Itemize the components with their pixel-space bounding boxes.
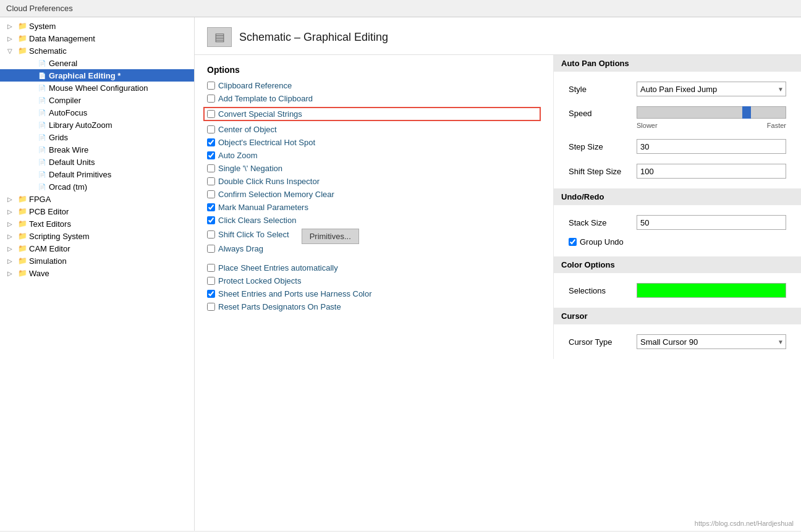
sidebar-item-mouse-wheel[interactable]: 📄Mouse Wheel Configuration [0,82,194,94]
sidebar-label-orcad: Orcad (tm) [49,182,87,192]
primitives-button[interactable]: Primitives... [302,229,359,244]
group-undo-checkbox[interactable] [569,238,577,246]
sidebar-item-cam-editor[interactable]: ▷📁CAM Editor [0,242,194,255]
checkbox-label-protect-locked[interactable]: Protect Locked Objects [218,276,301,285]
checkbox-center-object[interactable] [207,125,215,133]
checkbox-always-drag[interactable] [207,245,215,253]
checkbox-convert-special[interactable] [207,110,215,118]
toggle-system[interactable]: ▷ [7,23,16,30]
checkbox-shift-click[interactable] [207,230,215,239]
sidebar-item-fpga[interactable]: ▷📁FPGA [0,193,194,205]
folder-icon-fpga: 📁 [17,194,27,204]
toggle-data-management[interactable]: ▷ [7,35,16,42]
checkbox-protect-locked[interactable] [207,277,215,285]
checkbox-row-place-sheet: Place Sheet Entries automatically [207,263,541,272]
sidebar-item-default-units[interactable]: 📄Default Units [0,156,194,168]
selections-color-box[interactable] [637,283,786,298]
sidebar-item-compiler[interactable]: 📄Compiler [0,94,194,106]
checkbox-double-click-inspector[interactable] [207,177,215,185]
checkbox-clipboard-ref[interactable] [207,82,215,90]
toggle-pcb-editor[interactable]: ▷ [7,208,16,215]
sidebar-item-wave[interactable]: ▷📁Wave [0,267,194,279]
stack-size-input[interactable] [637,215,786,230]
sidebar-item-data-management[interactable]: ▷📁Data Management [0,32,194,44]
toggle-wave[interactable]: ▷ [7,270,16,277]
checkbox-single-negation[interactable] [207,164,215,172]
checkbox-label-convert-special[interactable]: Convert Special Strings [218,109,302,119]
sidebar-item-simulation[interactable]: ▷📁Simulation [0,255,194,267]
toggle-scripting-system[interactable]: ▷ [7,233,16,240]
page-icon-default-units: 📄 [37,157,47,167]
sidebar-item-scripting-system[interactable]: ▷📁Scripting System [0,230,194,242]
page-icon-general: 📄 [37,58,47,68]
checkbox-label-shift-click[interactable]: Shift Click To Select [218,230,289,239]
shift-step-input[interactable] [637,164,786,179]
group-undo-label[interactable]: Group Undo [580,237,624,247]
checkbox-label-place-sheet[interactable]: Place Sheet Entries automatically [218,263,338,272]
checkbox-row-single-negation: Single '\' Negation [207,164,541,173]
checkbox-electrical-hotspot[interactable] [207,138,215,146]
cursor-type-select[interactable]: Small Cursor 90 Large Cursor 90 Small Cu… [637,334,786,349]
sidebar-item-default-primitives[interactable]: 📄Default Primitives [0,168,194,180]
color-options-header: Color Options [554,256,801,273]
sidebar-label-break-wire: Break Wire [49,145,88,154]
sidebar-item-schematic[interactable]: ▽📁Schematic [0,44,194,57]
checkbox-reset-parts[interactable] [207,303,215,311]
checkbox-mark-manual[interactable] [207,203,215,211]
checkbox-label-confirm-selection[interactable]: Confirm Selection Memory Clear [218,190,334,199]
sidebar-item-library-autozoom[interactable]: 📄Library AutoZoom [0,119,194,131]
sidebar-label-wave: Wave [29,269,49,278]
checkbox-label-single-negation[interactable]: Single '\' Negation [218,164,282,173]
style-dropdown-wrapper: Auto Pan Fixed Jump Auto Pan ReCenter Ad… [637,82,786,96]
checkbox-label-double-click-inspector[interactable]: Double Click Runs Inspector [218,177,320,186]
style-select[interactable]: Auto Pan Fixed Jump Auto Pan ReCenter Ad… [637,82,786,96]
page-icon-autofocus: 📄 [37,108,47,117]
group-undo-row: Group Undo [561,235,794,251]
sidebar-label-library-autozoom: Library AutoZoom [49,120,112,130]
checkbox-click-clears[interactable] [207,216,215,224]
checkbox-auto-zoom[interactable] [207,151,215,159]
checkbox-sheet-entries-ports[interactable] [207,290,215,298]
sidebar-item-orcad[interactable]: 📄Orcad (tm) [0,180,194,193]
left-panel: Options Clipboard Reference Add Template… [195,55,554,359]
checkbox-add-template[interactable] [207,95,215,103]
toggle-simulation[interactable]: ▷ [7,258,16,264]
toggle-cam-editor[interactable]: ▷ [7,245,16,252]
sidebar-label-pcb-editor: PCB Editor [29,207,69,216]
checkbox-label-reset-parts[interactable]: Reset Parts Designators On Paste [218,302,341,311]
checkbox-label-mark-manual[interactable]: Mark Manual Parameters [218,203,308,212]
toggle-text-editors[interactable]: ▷ [7,221,16,227]
sidebar-label-fpga: FPGA [29,195,51,204]
checkbox-row-add-template: Add Template to Clipboard [207,94,541,103]
toggle-fpga[interactable]: ▷ [7,196,16,203]
sidebar-item-system[interactable]: ▷📁System [0,20,194,32]
checkbox-label-auto-zoom[interactable]: Auto Zoom [218,151,258,160]
checkbox-label-electrical-hotspot[interactable]: Object's Electrical Hot Spot [218,138,315,147]
checkbox-place-sheet[interactable] [207,264,215,272]
sidebar-item-graphical-editing[interactable]: 📄Graphical Editing * [0,69,194,82]
checkbox-label-clipboard-ref[interactable]: Clipboard Reference [218,81,292,90]
sidebar-item-autofocus[interactable]: 📄AutoFocus [0,106,194,119]
options-title: Options [207,65,541,75]
page-icon-break-wire: 📄 [37,145,47,154]
sidebar-item-pcb-editor[interactable]: ▷📁PCB Editor [0,205,194,217]
checkbox-confirm-selection[interactable] [207,190,215,198]
shift-step-label: Shift Step Size [569,167,637,176]
sidebar-item-text-editors[interactable]: ▷📁Text Editors [0,217,194,230]
checkbox-label-add-template[interactable]: Add Template to Clipboard [218,94,313,103]
undo-redo-body: Stack Size Group Undo [554,205,801,256]
cursor-section: Cursor Cursor Type Small Cursor 90 Large… [554,308,801,359]
checkbox-label-center-object[interactable]: Center of Object [218,125,277,134]
toggle-schematic[interactable]: ▽ [7,48,16,54]
step-size-input[interactable] [637,139,786,154]
checkbox-label-always-drag[interactable]: Always Drag [218,244,263,253]
checkbox-label-click-clears[interactable]: Click Clears Selection [218,216,296,225]
sidebar-item-grids[interactable]: 📄Grids [0,131,194,143]
sidebar-label-data-management: Data Management [29,34,95,43]
sidebar-item-general[interactable]: 📄General [0,57,194,69]
sidebar-label-default-units: Default Units [49,158,95,167]
checkbox-label-sheet-entries-ports[interactable]: Sheet Entries and Ports use Harness Colo… [218,289,372,298]
speed-slider[interactable] [637,106,786,119]
page-icon-graphical-editing: 📄 [37,70,47,80]
sidebar-item-break-wire[interactable]: 📄Break Wire [0,143,194,156]
